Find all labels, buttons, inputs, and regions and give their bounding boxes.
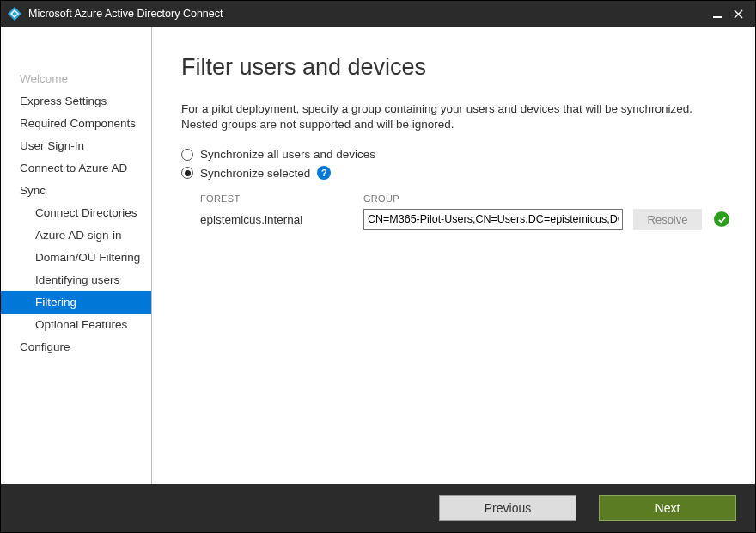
resolve-button[interactable]: Resolve [633, 209, 702, 230]
col-header-group: GROUP [363, 193, 729, 204]
svg-rect-3 [713, 16, 722, 18]
columns-header: FOREST GROUP [200, 193, 729, 204]
close-button[interactable] [728, 3, 748, 24]
nav-connect-directories[interactable]: Connect Directories [1, 202, 151, 224]
page-heading: Filter users and devices [181, 54, 729, 81]
nav-identifying-users[interactable]: Identifying users [1, 269, 151, 291]
filter-row: epistemicus.internal Resolve [200, 209, 729, 230]
nav-filtering[interactable]: Filtering [1, 291, 151, 314]
nav-configure[interactable]: Configure [1, 336, 151, 358]
radio-sync-selected-label: Synchronize selected [200, 167, 310, 180]
previous-button[interactable]: Previous [439, 495, 576, 521]
window-root: Microsoft Azure Active Directory Connect… [0, 0, 756, 533]
titlebar: Microsoft Azure Active Directory Connect [1, 1, 755, 27]
app-icon [8, 7, 21, 21]
radio-icon-checked [181, 167, 193, 179]
nav-sync[interactable]: Sync [1, 180, 151, 202]
radio-sync-all-label: Synchronize all users and devices [200, 148, 375, 161]
footer: Previous Next [1, 484, 755, 532]
main-pane: Filter users and devices For a pilot dep… [152, 27, 755, 484]
page-description: For a pilot deployment, specify a group … [181, 101, 729, 132]
next-button[interactable]: Next [599, 495, 736, 521]
group-input[interactable] [363, 209, 623, 230]
help-icon[interactable]: ? [317, 166, 331, 180]
col-header-forest: FOREST [200, 193, 363, 204]
nav-express-settings[interactable]: Express Settings [1, 90, 151, 113]
sidebar: Welcome Express Settings Required Compon… [1, 27, 152, 484]
nav-required-components[interactable]: Required Components [1, 113, 151, 135]
radio-sync-selected[interactable]: Synchronize selected ? [181, 166, 729, 180]
radio-icon-unchecked [181, 149, 193, 161]
body: Welcome Express Settings Required Compon… [1, 27, 755, 484]
nav-domain-ou-filtering[interactable]: Domain/OU Filtering [1, 247, 151, 269]
success-check-icon [714, 211, 729, 227]
nav-azure-ad-signin[interactable]: Azure AD sign-in [1, 224, 151, 247]
nav-optional-features[interactable]: Optional Features [1, 314, 151, 336]
nav-user-signin[interactable]: User Sign-In [1, 135, 151, 157]
forest-value: epistemicus.internal [200, 213, 363, 226]
minimize-button[interactable] [707, 3, 728, 24]
nav-welcome[interactable]: Welcome [1, 68, 151, 90]
nav-connect-azure-ad[interactable]: Connect to Azure AD [1, 157, 151, 180]
window-title: Microsoft Azure Active Directory Connect [28, 8, 707, 20]
radio-sync-all[interactable]: Synchronize all users and devices [181, 148, 729, 161]
